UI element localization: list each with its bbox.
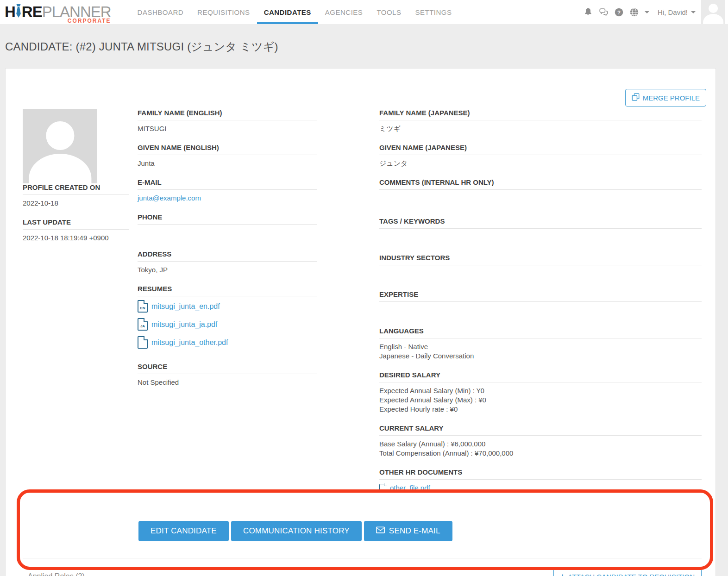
logo-text-h: H xyxy=(5,3,15,21)
field-label: E-MAIL xyxy=(138,178,317,190)
resume-link-other[interactable]: mitsugi_junta_other.pdf xyxy=(151,338,228,347)
logo-tagline: CORPORATE xyxy=(68,18,111,24)
field-value: ミツギ xyxy=(379,120,702,138)
pdf-icon xyxy=(379,484,386,493)
field-value xyxy=(379,265,702,285)
notifications-bell-icon[interactable] xyxy=(584,7,593,17)
field-value xyxy=(379,190,702,212)
attach-candidate-button[interactable]: + ATTACH CANDIDATE TO REQUISITION xyxy=(553,569,702,576)
plus-icon: + xyxy=(560,573,565,576)
field-label: LANGUAGES xyxy=(379,327,702,338)
resume-item-other: mitsugi_junta_other.pdf xyxy=(138,336,317,349)
nav-item-agencies[interactable]: AGENCIES xyxy=(318,0,370,24)
resume-link-en[interactable]: mitsugi_junta_en.pdf xyxy=(151,302,220,311)
field-label: SOURCE xyxy=(138,363,317,374)
page-title: CANDIDATE: (#2) JUNTA MITSUGI (ジュンタ ミツギ) xyxy=(0,24,728,68)
field-value: Expected Annual Salary (Min) : ¥0 Expect… xyxy=(379,382,702,419)
edit-candidate-button[interactable]: EDIT CANDIDATE xyxy=(138,521,229,541)
document-en-icon: EN xyxy=(138,300,148,313)
profile-right-column: FAMILY NAME (JAPANESE) ミツギ GIVEN NAME (J… xyxy=(379,109,702,505)
greeting-caret-icon xyxy=(691,11,696,13)
candidate-action-buttons: EDIT CANDIDATE COMMUNICATION HISTORY SEN… xyxy=(138,521,702,541)
candidate-photo-placeholder xyxy=(23,109,97,183)
field-label: GIVEN NAME (JAPANESE) xyxy=(379,144,702,155)
field-languages: LANGUAGES English - Native Japanese - Da… xyxy=(379,327,702,365)
salary-line: Expected Annual Salary (Min) : ¥0 xyxy=(379,386,702,395)
merge-icon xyxy=(632,93,640,102)
field-source: SOURCE Not Specified xyxy=(138,363,317,392)
nav-right-icons: ? Hi, David! xyxy=(584,0,728,24)
user-avatar[interactable] xyxy=(701,0,725,24)
nav-item-candidates[interactable]: CANDIDATES xyxy=(257,0,318,24)
merge-profile-button[interactable]: MERGE PROFILE xyxy=(625,89,706,106)
field-industry-sectors: INDUSTRY SECTORS xyxy=(379,254,702,285)
applied-roles-section: Applied Roles (2) + ATTACH CANDIDATE TO … xyxy=(23,558,702,576)
field-label: RESUMES xyxy=(138,285,317,296)
field-current-salary: CURRENT SALARY Base Salary (Annual) : ¥6… xyxy=(379,424,702,463)
field-value: Junta xyxy=(138,155,317,173)
document-icon xyxy=(138,336,148,349)
globe-caret-icon[interactable] xyxy=(645,11,649,13)
field-profile-created: PROFILE CREATED ON 2022-10-18 xyxy=(23,183,129,213)
greeting-text: Hi, David! xyxy=(658,8,688,16)
field-value: 2022-10-18 xyxy=(23,195,129,213)
email-link[interactable]: junta@example.com xyxy=(138,194,201,202)
resume-link-ja[interactable]: mitsugi_junta_ja.pdf xyxy=(151,320,217,329)
field-email: E-MAIL junta@example.com xyxy=(138,178,317,207)
field-value xyxy=(379,229,702,248)
communication-history-button[interactable]: COMMUNICATION HISTORY xyxy=(231,521,362,541)
field-label: FAMILY NAME (ENGLISH) xyxy=(138,109,317,120)
salary-line: Base Salary (Annual) : ¥6,000,000 xyxy=(379,439,702,449)
field-value: Tokyo, JP xyxy=(138,262,317,279)
field-label: PHONE xyxy=(138,213,317,225)
top-navbar: H RE PLANNER CORPORATE DASHBOARD REQUISI… xyxy=(0,0,728,24)
field-given-name-ja: GIVEN NAME (JAPANESE) ジュンタ xyxy=(379,144,702,173)
field-label: EXPERTISE xyxy=(379,290,702,302)
salary-line: Total Compensation (Annual) : ¥70,000,00… xyxy=(379,449,702,458)
user-greeting[interactable]: Hi, David! xyxy=(658,8,696,16)
other-doc-item: other_file.pdf xyxy=(379,483,430,493)
language-line: Japanese - Daily Conversation xyxy=(379,351,702,361)
messages-chat-icon[interactable] xyxy=(599,7,609,17)
envelope-icon xyxy=(376,526,385,536)
help-icon[interactable]: ? xyxy=(614,7,624,17)
field-label: LAST UPDATE xyxy=(23,218,129,230)
svg-text:?: ? xyxy=(617,9,621,15)
field-label: GIVEN NAME (ENGLISH) xyxy=(138,144,317,155)
field-value: English - Native Japanese - Daily Conver… xyxy=(379,338,702,365)
other-doc-link[interactable]: other_file.pdf xyxy=(390,483,430,493)
salary-line: Expected Hourly rate : ¥0 xyxy=(379,405,702,414)
field-phone: PHONE xyxy=(138,213,317,242)
resume-item-ja: JA mitsugi_junta_ja.pdf xyxy=(138,318,317,331)
field-label: FAMILY NAME (JAPANESE) xyxy=(379,109,702,120)
logo-text-re: RE xyxy=(22,3,42,21)
field-label: COMMENTS (INTERNAL HR ONLY) xyxy=(379,178,702,190)
candidate-profile-card: MERGE PROFILE PROFILE CREATED ON 2022-10… xyxy=(5,68,716,576)
salary-line: Expected Annual Salary (Max) : ¥0 xyxy=(379,395,702,405)
applied-roles-title: Applied Roles (2) xyxy=(23,572,85,576)
field-given-name-en: GIVEN NAME (ENGLISH) Junta xyxy=(138,144,317,173)
hireplanner-logo[interactable]: H RE PLANNER CORPORATE xyxy=(5,2,111,22)
language-globe-icon[interactable] xyxy=(629,7,639,17)
field-value: 2022-10-18 18:19:49 +0900 xyxy=(23,230,129,247)
field-desired-salary: DESIRED SALARY Expected Annual Salary (M… xyxy=(379,371,702,419)
field-family-name-en: FAMILY NAME (ENGLISH) MITSUGI xyxy=(138,109,317,138)
send-email-button[interactable]: SEND E-MAIL xyxy=(364,521,452,541)
document-ja-icon: JA xyxy=(138,318,148,331)
field-resumes: RESUMES EN mitsugi_junta_en.pdf JA mitsu… xyxy=(138,285,317,349)
photo-silhouette xyxy=(46,121,74,150)
nav-item-tools[interactable]: TOOLS xyxy=(370,0,408,24)
nav-item-dashboard[interactable]: DASHBOARD xyxy=(131,0,191,24)
nav-item-requisitions[interactable]: REQUISITIONS xyxy=(190,0,257,24)
profile-left-column: FAMILY NAME (ENGLISH) MITSUGI GIVEN NAME… xyxy=(138,109,317,505)
field-value: Not Specified xyxy=(138,374,317,392)
field-value: Base Salary (Annual) : ¥6,000,000 Total … xyxy=(379,436,702,463)
nav-item-settings[interactable]: SETTINGS xyxy=(408,0,458,24)
field-expertise: EXPERTISE xyxy=(379,290,702,321)
avatar-silhouette xyxy=(709,4,718,13)
field-family-name-ja: FAMILY NAME (JAPANESE) ミツギ xyxy=(379,109,702,138)
field-last-update: LAST UPDATE 2022-10-18 18:19:49 +0900 xyxy=(23,218,129,247)
tie-icon xyxy=(16,4,21,20)
field-value: ジュンタ xyxy=(379,155,702,173)
field-label: PROFILE CREATED ON xyxy=(23,183,129,195)
